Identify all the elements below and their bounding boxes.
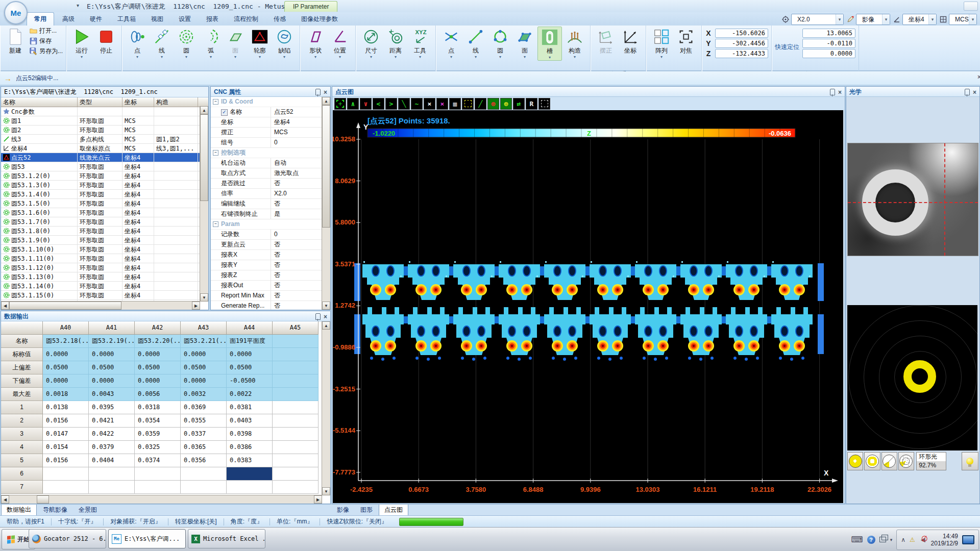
view-tab-影像[interactable]: 影像 [332, 505, 354, 515]
tree-row[interactable]: 圆53.1.13(0)环形取圆坐标4 [1, 272, 208, 282]
table-cell[interactable]: 圆53.2.21(... [181, 335, 227, 348]
table-column-header[interactable]: A45 [273, 321, 318, 335]
table-cell[interactable] [273, 481, 318, 494]
cnc-property-value[interactable]: 激光取点 [271, 168, 322, 178]
stop-button[interactable]: 停止 [94, 27, 118, 56]
collapse-icon[interactable]: − [213, 99, 218, 105]
close-icon[interactable]: × [324, 313, 327, 320]
table-row-header[interactable]: 标称值 [1, 348, 43, 361]
help-icon[interactable]: ? [867, 536, 875, 544]
ring-mid-light-button[interactable] [864, 452, 880, 470]
tree-row[interactable]: 圆53.1.3(0)环形取圆坐标4 [1, 181, 208, 190]
feature-plane-button[interactable]: 面▾ [224, 27, 247, 60]
construct-point-button[interactable]: 点▾ [439, 27, 463, 60]
notification-close-icon[interactable]: × [977, 73, 980, 81]
cnc-property-value[interactable]: 否 [271, 301, 322, 310]
cnc-property-value[interactable]: 0 [271, 138, 322, 147]
table-row-header[interactable]: 上偏差 [1, 361, 43, 374]
table-row-header[interactable]: 下偏差 [1, 374, 43, 388]
table-cell[interactable] [273, 401, 318, 414]
image-mode-dropdown[interactable]: 影像▾ [856, 14, 890, 25]
cnc-property-value[interactable]: 否 [271, 291, 322, 300]
table-horizontal-scrollbar[interactable]: ◀ ▶ [1, 495, 322, 504]
taskbar-window-gocator[interactable]: Gocator 2512 - 6... [29, 529, 106, 548]
table-column-header[interactable]: A41 [89, 321, 135, 335]
table-cell[interactable]: 0.0325 [135, 441, 181, 454]
distance-button[interactable]: 距离▾ [384, 27, 407, 60]
tab-图像处理参数[interactable]: 图像处理参数 [294, 13, 345, 26]
table-cell[interactable]: 0.0421 [89, 414, 135, 428]
mcs-select-dropdown[interactable]: MCS▾ [949, 14, 977, 25]
tree-row[interactable]: 圆53.1.8(0)环形取圆坐标4 [1, 227, 208, 236]
arc-right-icon[interactable]: > [385, 98, 397, 110]
cnc-property-value[interactable]: 否 [271, 281, 322, 290]
collapse-icon[interactable]: − [213, 221, 218, 227]
quick-access-caret-icon[interactable]: ▾ [77, 3, 79, 8]
feature-point-button[interactable]: 点▾ [126, 27, 149, 60]
show-desktop-icon[interactable] [962, 535, 974, 544]
open-button[interactable]: 打开... [30, 27, 63, 35]
cnc-property-value[interactable]: 否 [271, 260, 322, 270]
table-cell[interactable]: 0.0383 [227, 454, 273, 467]
cnc-property-value[interactable]: 否 [271, 179, 322, 188]
focus-button[interactable]: 对焦 [674, 27, 698, 56]
coordinate-button[interactable]: 坐标 [619, 27, 642, 56]
tree-row[interactable]: 圆53.1.6(0)环形取圆坐标4 [1, 208, 208, 217]
table-cell[interactable]: 0.0374 [135, 454, 181, 467]
tree-row[interactable]: 圆53.1.15(0)环形取圆坐标4 [1, 291, 208, 300]
tree-row[interactable]: 圆53环形取圆坐标4 [1, 162, 208, 171]
magnification-dropdown[interactable]: X2.0▾ [791, 14, 844, 25]
defect-button[interactable]: 缺陷▾ [273, 27, 296, 60]
table-cell[interactable]: 0.0386 [227, 441, 273, 454]
cnc-property-value[interactable]: MCS [271, 128, 322, 137]
bottom-tab-数据输出[interactable]: 数据输出 [1, 505, 37, 516]
table-cell[interactable]: 面191平面度 [227, 335, 273, 348]
translate-icon[interactable]: ⇄ [513, 98, 525, 110]
table-cell[interactable] [273, 388, 318, 401]
tab-视图[interactable]: 视图 [144, 13, 170, 26]
construct-button[interactable]: 构造▾ [563, 27, 586, 60]
table-cell[interactable]: 0.0381 [227, 401, 273, 414]
cnc-property-value[interactable]: 是 [271, 209, 322, 219]
slot-button[interactable]: 槽▾ [537, 27, 562, 61]
table-cell[interactable]: 0.0000 [89, 374, 135, 388]
table-cell[interactable] [273, 428, 318, 441]
table-cell[interactable]: 0.0354 [135, 414, 181, 428]
construct-plane-button[interactable]: 面▾ [513, 27, 536, 60]
tab-硬件[interactable]: 硬件 [83, 13, 109, 26]
table-vertical-scrollbar[interactable]: ▲ ▼ [322, 321, 330, 495]
table-cell[interactable]: 圆53.2.18(... [43, 335, 89, 348]
table-cell[interactable]: 圆53.2.19(... [89, 335, 135, 348]
table-cell[interactable]: 0.0395 [89, 401, 135, 414]
tree-row[interactable]: 圆1环形取圆MCS [1, 116, 208, 126]
sector-wheel-light-button[interactable] [881, 452, 897, 470]
table-cell[interactable]: 0.0000 [135, 374, 181, 388]
table-column-header[interactable]: A40 [43, 321, 89, 335]
table-cell[interactable]: -0.0500 [227, 374, 273, 388]
table-cell[interactable] [273, 361, 318, 374]
tree-horizontal-scrollbar[interactable]: ◀ ▶ [1, 301, 200, 310]
delete-white-icon[interactable]: × [424, 98, 435, 110]
close-icon[interactable]: × [973, 89, 976, 96]
run-button[interactable]: 运行▾ [70, 27, 93, 60]
table-cell[interactable]: 0.0032 [181, 388, 227, 401]
table-cell[interactable] [273, 335, 318, 348]
table-row-header[interactable]: 4 [1, 441, 43, 454]
tray-clock[interactable]: 14:49 2019/12/9 [931, 533, 958, 547]
table-cell[interactable]: 0.0000 [43, 374, 89, 388]
tab-流程控制[interactable]: 流程控制 [227, 13, 265, 26]
bottom-tab-全景图[interactable]: 全景图 [74, 505, 102, 515]
target-red-icon[interactable]: ⊕ [487, 98, 499, 110]
table-cell[interactable]: 0.0022 [227, 388, 273, 401]
feature-arc-button[interactable]: 弧▾ [199, 27, 223, 60]
tree-row[interactable]: 线3多点构线MCS圆1,圆2 [1, 135, 208, 144]
tree-row[interactable]: 坐标4取坐标原点MCS线3,圆1,... [1, 144, 208, 153]
table-cell[interactable] [43, 481, 89, 494]
table-cell[interactable]: 0.0356 [181, 454, 227, 467]
tree-row[interactable]: 圆2环形取圆MCS [1, 126, 208, 135]
filter-line-icon[interactable]: ╱ [475, 98, 486, 110]
tree-row[interactable]: 圆53.1.12(0)环形取圆坐标4 [1, 263, 208, 272]
tab-常用[interactable]: 常用 [27, 12, 54, 26]
table-cell[interactable] [273, 441, 318, 454]
tree-row[interactable]: 圆53.1.11(0)环形取圆坐标4 [1, 254, 208, 263]
